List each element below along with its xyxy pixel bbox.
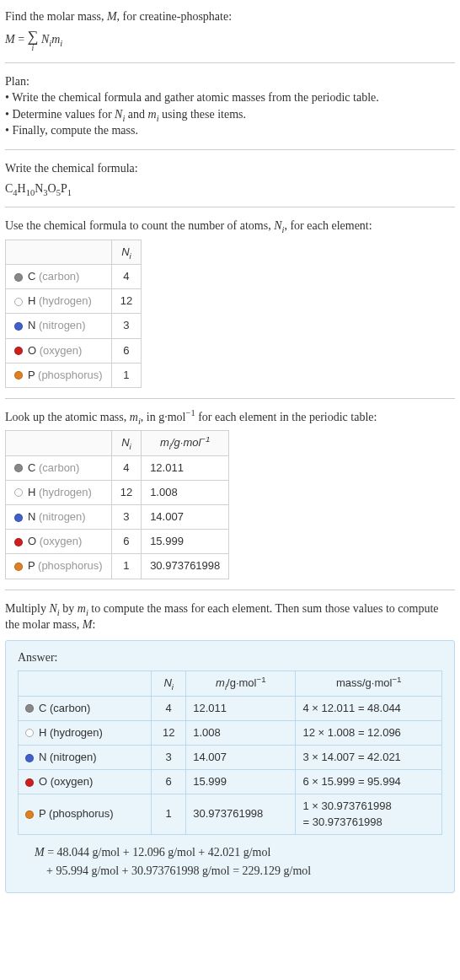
element-cell: O (oxygen)	[6, 338, 112, 363]
equals: =	[15, 33, 28, 46]
element-name: (phosphorus)	[38, 369, 103, 381]
ni-value: 1	[111, 363, 141, 387]
element-symbol: O	[39, 775, 47, 788]
element-name: (carbon)	[50, 702, 90, 714]
answer-table: Ni mi/g·mol−1 mass/g·mol−1 C (carbon)412…	[18, 670, 442, 834]
table-row: N (nitrogen)314.007	[6, 505, 229, 530]
var-m-small: m	[130, 411, 138, 423]
element-symbol: C	[39, 702, 46, 714]
element-symbol: P	[28, 559, 35, 572]
atom-count-table: Ni C (carbon)4H (hydrogen)12N (nitrogen)…	[5, 240, 142, 388]
count-heading: Use the chemical formula to count the nu…	[5, 218, 455, 234]
col-element	[6, 240, 112, 264]
var-m-small: m	[51, 33, 60, 46]
var-m: M	[5, 33, 15, 46]
table-row: P (phosphorus)130.9737619981 × 30.973761…	[19, 794, 442, 834]
element-symbol: O	[28, 344, 36, 357]
molar-mass-sum: M = 48.044 g/mol + 12.096 g/mol + 42.021…	[18, 843, 442, 881]
element-name: (phosphorus)	[38, 559, 103, 572]
element-name: (nitrogen)	[50, 751, 97, 763]
text: Look up the atomic mass,	[5, 411, 130, 423]
ni-value: 3	[111, 505, 141, 530]
element-n: N	[35, 182, 43, 195]
molar-mass-equation: M = ∑i Nimi	[5, 29, 455, 52]
element-name: (carbon)	[39, 461, 79, 474]
element-symbol: N	[39, 751, 46, 763]
element-symbol: P	[28, 369, 35, 381]
element-cell: H (hydrogen)	[6, 480, 112, 504]
mi-value: 14.007	[142, 505, 229, 530]
sum-line-2: + 95.994 g/mol + 30.973761998 g/mol = 22…	[35, 862, 442, 880]
plan-block: Plan: • Write the chemical formula and g…	[5, 73, 455, 139]
element-cell: H (hydrogen)	[6, 289, 112, 314]
text: , for creatine-phosphate:	[117, 10, 232, 23]
sum-line-1: M = 48.044 g/mol + 12.096 g/mol + 42.021…	[35, 843, 442, 862]
element-dot-icon	[14, 563, 23, 571]
ni-value: 1	[152, 794, 186, 834]
plan-bullet: • Finally, compute the mass.	[5, 122, 455, 139]
element-dot-icon	[25, 729, 34, 737]
divider	[5, 207, 455, 207]
divider	[5, 590, 455, 590]
atomic-mass-table: Ni mi/g·mol−1 C (carbon)412.011H (hydrog…	[5, 430, 229, 579]
element-cell: N (nitrogen)	[6, 505, 112, 530]
table-row: H (hydrogen)121.00812 × 1.008 = 12.096	[19, 720, 442, 745]
mass-value: 1 × 30.973761998= 30.973761998	[296, 794, 442, 834]
text: Use the chemical formula to count the nu…	[5, 219, 274, 232]
element-symbol: C	[28, 461, 35, 474]
text: , in g·mol	[141, 411, 186, 423]
element-cell: N (nitrogen)	[19, 745, 152, 769]
element-name: (oxygen)	[40, 535, 83, 547]
sigma-icon: ∑i	[28, 29, 39, 52]
mi-value: 30.973761998	[142, 554, 229, 579]
ni-value: 3	[111, 314, 141, 338]
element-dot-icon	[14, 464, 23, 472]
mi-value: 12.011	[186, 696, 296, 720]
table-row: O (oxygen)6	[6, 338, 142, 363]
table-row: H (hydrogen)121.008	[6, 480, 229, 504]
table-row: N (nitrogen)3	[6, 314, 142, 338]
text: :	[92, 618, 95, 631]
sub-i: i	[60, 39, 62, 48]
plan-bullet: • Determine values for Ni and mi using t…	[5, 106, 455, 123]
count-block: Use the chemical formula to count the nu…	[5, 218, 455, 388]
element-dot-icon	[14, 322, 23, 331]
mass-value: 3 × 14.007 = 42.021	[296, 745, 442, 769]
element-cell: P (phosphorus)	[6, 363, 112, 387]
ni-value: 4	[111, 264, 141, 288]
element-cell: C (carbon)	[19, 696, 152, 720]
element-dot-icon	[14, 371, 23, 380]
mass-value: 12 × 1.008 = 12.096	[296, 720, 442, 745]
element-dot-icon	[14, 488, 23, 497]
plan-bullet: • Write the chemical formula and gather …	[5, 89, 455, 106]
ni-value: 4	[111, 455, 141, 480]
var-m-small: m	[78, 602, 86, 615]
element-dot-icon	[14, 347, 23, 355]
col-mass: mass/g·mol−1	[296, 671, 442, 696]
element-symbol: H	[39, 726, 46, 739]
element-cell: C (carbon)	[6, 455, 112, 480]
intro-block: Find the molar mass, M, for creatine-pho…	[5, 8, 455, 52]
sigma-index: i	[28, 44, 39, 52]
element-dot-icon	[14, 273, 23, 282]
element-name: (hydrogen)	[50, 726, 103, 739]
text: and	[125, 108, 147, 121]
element-dot-icon	[25, 778, 34, 787]
intro-line: Find the molar mass, M, for creatine-pho…	[5, 8, 455, 25]
col-ni: Ni	[111, 431, 141, 455]
element-symbol: N	[28, 319, 35, 331]
table-row: P (phosphorus)1	[6, 363, 142, 387]
element-p: P	[61, 182, 67, 195]
col-mi: mi/g·mol−1	[142, 431, 229, 455]
divider	[5, 149, 455, 150]
chemical-formula: C4H10N3O5P1	[5, 180, 455, 197]
mi-value: 15.999	[186, 770, 296, 794]
divider	[5, 398, 455, 399]
sup-exp: −1	[185, 408, 195, 417]
element-dot-icon	[25, 754, 34, 762]
col-element	[6, 431, 112, 455]
answer-label: Answer:	[18, 649, 442, 666]
text: for each element in the periodic table:	[195, 411, 377, 423]
ni-value: 4	[152, 696, 186, 720]
ni-value: 1	[111, 554, 141, 579]
